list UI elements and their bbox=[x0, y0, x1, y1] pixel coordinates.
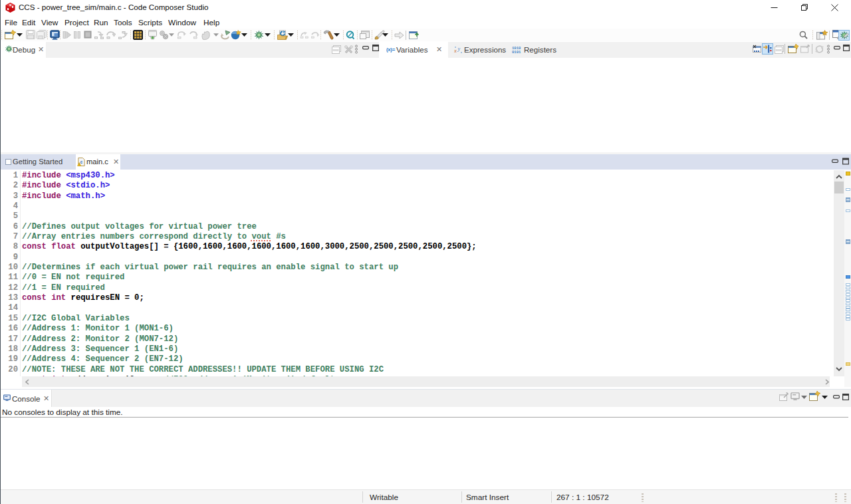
svg-text:y: y bbox=[457, 46, 461, 52]
svg-text:0101: 0101 bbox=[512, 50, 521, 54]
svg-text:c: c bbox=[80, 160, 83, 164]
svg-text:!: ! bbox=[78, 163, 79, 166]
svg-text:x: x bbox=[454, 47, 457, 54]
